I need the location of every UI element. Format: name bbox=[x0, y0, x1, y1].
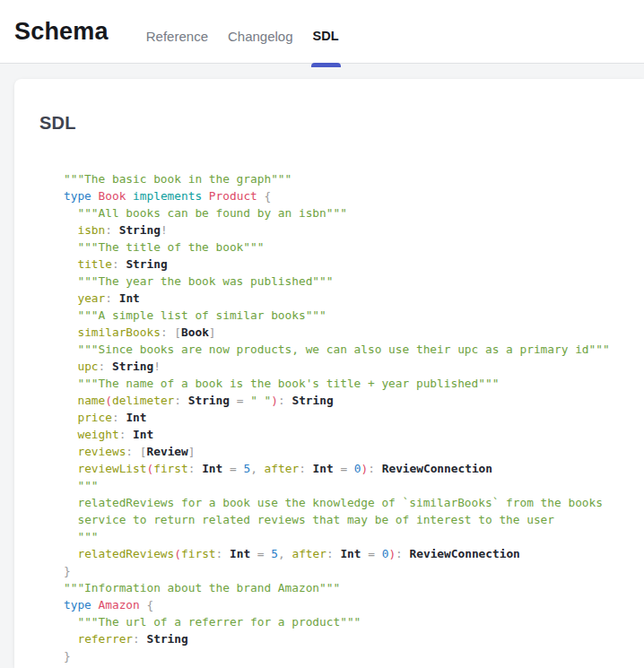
code-line: relatedReviews(first: Int = 5, after: In… bbox=[64, 545, 635, 562]
code-line: similarBooks: [Book] bbox=[64, 324, 635, 341]
code-line: year: Int bbox=[64, 290, 635, 307]
sdl-code-block: """The basic book in the graph"""type Bo… bbox=[64, 170, 635, 664]
page-content: SDL """The basic book in the graph"""typ… bbox=[0, 64, 644, 668]
code-line: """Information about the brand Amazon""" bbox=[64, 579, 635, 596]
sdl-card: SDL """The basic book in the graph"""typ… bbox=[14, 79, 644, 668]
code-line: upc: String! bbox=[64, 358, 635, 375]
code-line: """The url of a referrer for a product""… bbox=[64, 613, 635, 630]
tab-changelog-label: Changelog bbox=[228, 29, 293, 44]
code-line: """The basic book in the graph""" bbox=[64, 170, 635, 187]
code-line: } bbox=[64, 647, 635, 664]
code-line: """The year the book was published""" bbox=[64, 273, 635, 290]
code-line: type Book implements Product { bbox=[64, 187, 635, 204]
code-line: price: Int bbox=[64, 409, 635, 426]
tab-sdl[interactable]: SDL bbox=[303, 4, 349, 67]
code-line: reviewList(first: Int = 5, after: Int = … bbox=[64, 460, 635, 477]
code-line: title: String bbox=[64, 256, 635, 273]
code-line: """ bbox=[64, 528, 635, 545]
active-tab-indicator bbox=[311, 63, 341, 67]
tab-changelog[interactable]: Changelog bbox=[218, 4, 303, 67]
code-line: """The name of a book is the book's titl… bbox=[64, 375, 635, 392]
code-line: service to return related reviews that m… bbox=[64, 511, 635, 528]
tab-bar: Reference Changelog SDL bbox=[136, 4, 349, 67]
code-line: """A simple list of similar books""" bbox=[64, 307, 635, 324]
code-line: name(delimeter: String = " "): String bbox=[64, 392, 635, 409]
code-line: type Amazon { bbox=[64, 596, 635, 613]
code-line: relatedReviews for a book use the knowle… bbox=[64, 494, 635, 511]
sdl-heading: SDL bbox=[39, 113, 635, 134]
page-title: Schema bbox=[14, 18, 109, 46]
code-line: """The title of the book""" bbox=[64, 239, 635, 256]
code-line: } bbox=[64, 562, 635, 579]
tab-sdl-label: SDL bbox=[313, 29, 339, 43]
code-line: """ bbox=[64, 477, 635, 494]
code-line: referrer: String bbox=[64, 630, 635, 647]
code-line: """All books can be found by an isbn""" bbox=[64, 204, 635, 221]
tab-reference[interactable]: Reference bbox=[136, 4, 218, 67]
code-line: """Since books are now products, we can … bbox=[64, 341, 635, 358]
code-line: reviews: [Review] bbox=[64, 443, 635, 460]
code-line: weight: Int bbox=[64, 426, 635, 443]
tab-reference-label: Reference bbox=[146, 29, 208, 44]
schema-header: Schema Reference Changelog SDL bbox=[0, 0, 644, 64]
code-line: isbn: String! bbox=[64, 221, 635, 239]
